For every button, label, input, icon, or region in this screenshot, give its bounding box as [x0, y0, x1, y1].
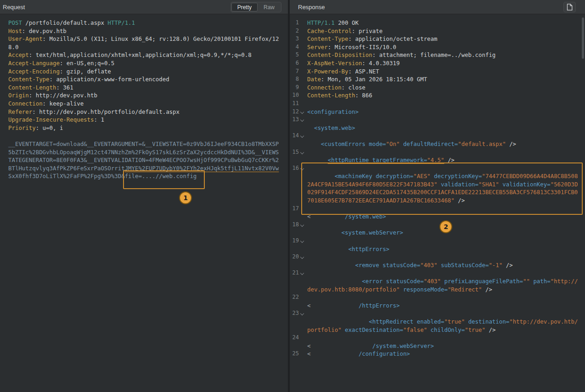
- response-editor[interactable]: 1HTTP/1.1 200 OK2Cache-Control: private3…: [290, 14, 585, 358]
- line-number: [290, 302, 299, 310]
- fold-spacer: [299, 326, 307, 334]
- line-number: 10: [290, 91, 299, 100]
- code-segment: <system.web>: [314, 124, 355, 131]
- code-segment: : en-US,en;q=0.5: [60, 60, 114, 67]
- line-number: [290, 188, 299, 196]
- code-text: Referer: http://dev.pov.htb/portfolio/de…: [0, 108, 180, 116]
- chevron-down-icon[interactable]: [300, 223, 304, 227]
- line-number: [290, 213, 299, 221]
- annotation-badge-2: 2: [439, 220, 452, 233]
- line-number: 7: [290, 67, 299, 76]
- request-editor[interactable]: POST /portfolio/default.aspx HTTP/1.1Hos…: [0, 14, 288, 180]
- code-segment: <remove statusCode=: [355, 262, 420, 269]
- code-segment: : ASP.NET: [349, 68, 379, 75]
- response-code-row: 18: [290, 221, 585, 229]
- chevron-down-icon[interactable]: [300, 134, 304, 138]
- fold-spacer: [299, 51, 307, 59]
- fold-toggle[interactable]: [299, 116, 307, 124]
- code-segment: "": [523, 278, 530, 285]
- code-text: <remove statusCode="403" subStatusCode="…: [307, 261, 513, 269]
- code-segment: [307, 262, 355, 269]
- code-segment: />: [482, 286, 492, 293]
- fold-spacer: [299, 59, 307, 67]
- chevron-down-icon[interactable]: [300, 239, 304, 243]
- code-text: Connection: keep-alive: [0, 100, 84, 108]
- code-segment: [438, 262, 441, 269]
- chevron-down-icon[interactable]: [300, 150, 304, 154]
- fold-toggle[interactable]: [299, 237, 307, 245]
- response-code-row: 10Content-Length: 866: [290, 91, 585, 100]
- line-number: [290, 140, 299, 148]
- request-code-row: Connection: keep-alive: [0, 100, 288, 108]
- response-code-row: <httpRuntime targetFramework="4.5" />: [290, 156, 585, 164]
- code-text: [0, 132, 8, 140]
- response-scrollbar-thumb[interactable]: [582, 17, 584, 59]
- code-segment: Content-Length: [8, 84, 56, 91]
- code-segment: 2A4CF9A15BE54A94F6F80D5E822F347183B43": [307, 181, 437, 188]
- save-response-button[interactable]: [563, 2, 576, 12]
- response-code-row: < /httpErrors>: [290, 302, 585, 310]
- request-code-row: BTlHutzqvlyq3AfPkZP6FeSxrPaOSOrritJMYE%2…: [0, 164, 288, 173]
- tab-raw[interactable]: Raw: [258, 3, 281, 11]
- response-code-row: 8Date: Mon, 05 Jan 2026 18:15:40 GMT: [290, 75, 585, 84]
- fold-toggle[interactable]: [299, 309, 307, 318]
- request-code-row: Host: dev.pov.htb: [0, 27, 288, 35]
- fold-toggle[interactable]: [299, 269, 307, 277]
- code-text: <machineKey decryption="AES" decryptionK…: [307, 172, 578, 180]
- line-number: [290, 172, 299, 180]
- code-segment: Accept-Language: [8, 60, 60, 67]
- chevron-down-icon[interactable]: [300, 271, 304, 275]
- response-code-row: 12<configuration>: [290, 108, 585, 116]
- fold-toggle[interactable]: [299, 108, 307, 116]
- fold-spacer: [299, 188, 307, 196]
- code-text: TATEGENERATOR=8E0F0FA3&__EVENTVALIDATION…: [0, 156, 279, 164]
- request-code-row: Origin: http://dev.pov.htb: [0, 91, 288, 100]
- chevron-down-icon[interactable]: [300, 110, 304, 113]
- chevron-down-icon[interactable]: [300, 255, 304, 259]
- code-segment: file=....//web.config: [125, 173, 197, 179]
- code-text: Accept: text/html,application/xhtml+xml,…: [0, 51, 252, 59]
- code-segment: "http://dev.pov.htb/: [509, 318, 578, 325]
- fold-spacer: [299, 293, 307, 302]
- fold-toggle[interactable]: [299, 164, 307, 173]
- fold-toggle[interactable]: [299, 132, 307, 140]
- fold-toggle[interactable]: [299, 253, 307, 261]
- code-segment: : gzip, deflate: [60, 68, 111, 75]
- fold-spacer: [299, 156, 307, 164]
- code-segment: [307, 157, 328, 163]
- fold-spacer: [299, 342, 307, 350]
- code-segment: />: [485, 326, 495, 333]
- fold-toggle[interactable]: [299, 148, 307, 157]
- code-segment: Priority: [8, 124, 36, 131]
- response-code-row: 14: [290, 132, 585, 140]
- code-segment: : text/html,application/xhtml+xml,applic…: [29, 51, 252, 58]
- code-segment: [307, 173, 335, 179]
- code-text: Accept-Language: en-US,en;q=0.5: [0, 59, 114, 67]
- code-segment: Accept-Encoding: [8, 68, 60, 75]
- fold-spacer: [299, 124, 307, 132]
- code-segment: [307, 229, 342, 236]
- code-segment: [437, 181, 440, 188]
- fold-toggle[interactable]: [299, 221, 307, 229]
- code-segment: [342, 326, 345, 333]
- line-number: 19: [290, 237, 299, 245]
- code-segment: : u=0, i: [36, 124, 63, 131]
- fold-spacer: [299, 27, 307, 35]
- code-segment: "AES": [413, 173, 430, 179]
- code-segment: : Microsoft-IIS/10.0: [328, 44, 396, 50]
- fold-spacer: [299, 180, 307, 189]
- response-code-row: <error statusCode="403" prefixLanguageFi…: [290, 277, 585, 286]
- code-segment: "false": [403, 326, 427, 333]
- code-segment: "SHA1": [478, 181, 499, 188]
- chevron-down-icon[interactable]: [300, 312, 304, 315]
- response-code-row: <system.webServer>: [290, 229, 585, 237]
- tab-pretty[interactable]: Pretty: [231, 3, 258, 11]
- code-segment: />: [502, 262, 512, 269]
- code-segment: prefixLanguageFilePath=: [444, 278, 523, 285]
- chevron-down-icon[interactable]: [300, 118, 304, 122]
- code-segment: /configuration>: [359, 350, 410, 357]
- code-segment: <system.webServer>: [342, 229, 403, 236]
- code-segment: TATEGENERATOR=8E0F0FA3&__EVENTVALIDATION…: [8, 157, 279, 163]
- response-code-row: 19: [290, 237, 585, 245]
- chevron-down-icon[interactable]: [300, 166, 304, 170]
